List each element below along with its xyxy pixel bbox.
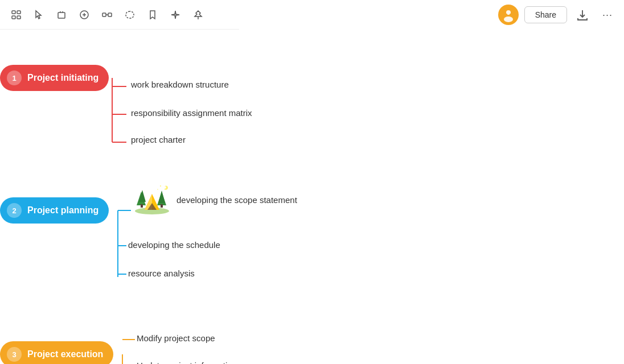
phase-3-node[interactable]: 3 Project execution xyxy=(0,341,113,364)
svg-point-35 xyxy=(160,185,161,187)
phase-1-node[interactable]: 1 Project initiating xyxy=(0,65,109,91)
camping-image xyxy=(132,181,172,218)
more-button[interactable]: ··· xyxy=(598,5,617,24)
svg-rect-3 xyxy=(17,16,20,19)
svg-rect-7 xyxy=(108,13,112,16)
svg-rect-28 xyxy=(141,204,143,208)
phase-1-item-3: project charter xyxy=(131,135,186,144)
mind-map-canvas: 1 Project initiating work breakdown stru… xyxy=(0,30,624,364)
svg-rect-1 xyxy=(12,16,15,19)
phase-3-item-1: Modify project scope xyxy=(137,333,215,343)
camping-svg xyxy=(132,181,172,216)
phase-3-item-2: Update project information xyxy=(137,361,237,364)
phase-2-item-2: developing the schedule xyxy=(128,240,220,250)
download-button[interactable] xyxy=(573,5,592,24)
svg-point-10 xyxy=(504,16,513,22)
phase-2-number: 2 xyxy=(7,203,22,218)
svg-rect-4 xyxy=(58,13,65,18)
lasso-tool-icon[interactable] xyxy=(121,6,139,24)
bookmark-tool-icon[interactable] xyxy=(143,6,162,24)
toolbar xyxy=(0,0,239,30)
svg-point-12 xyxy=(510,14,511,15)
phase-1-item-1: work breakdown structure xyxy=(131,80,229,89)
sparkle-tool-icon[interactable] xyxy=(166,6,184,24)
add-tool-icon[interactable] xyxy=(75,6,93,24)
svg-rect-31 xyxy=(161,204,163,208)
phase-2-item-3: resource analysis xyxy=(128,268,195,278)
pointer-tool-icon[interactable] xyxy=(30,6,48,24)
phase-1-number: 1 xyxy=(7,71,22,85)
svg-point-11 xyxy=(506,14,507,15)
phase-1-label: Project initiating xyxy=(27,73,98,83)
phase-2-node[interactable]: 2 Project planning xyxy=(0,197,109,224)
svg-rect-2 xyxy=(17,11,20,14)
svg-rect-0 xyxy=(12,11,15,14)
phase-3-number: 3 xyxy=(7,347,22,362)
select-tool-icon[interactable] xyxy=(7,6,25,24)
connector-tool-icon[interactable] xyxy=(98,6,116,24)
phase-3-label: Project execution xyxy=(27,349,103,359)
svg-point-36 xyxy=(157,189,158,190)
share-button[interactable]: Share xyxy=(524,6,567,23)
svg-marker-30 xyxy=(158,191,165,203)
phase-2-item-1-container: developing the scope statement xyxy=(132,181,297,218)
header-right: Share ··· xyxy=(498,5,617,25)
phase-2-label: Project planning xyxy=(27,205,98,216)
phase-2-item-1: developing the scope statement xyxy=(176,195,297,205)
frame-tool-icon[interactable] xyxy=(52,6,71,24)
avatar-button[interactable] xyxy=(498,5,519,25)
pin-tool-icon[interactable] xyxy=(189,6,207,24)
phase-1-item-2: responsibility assignment matrix xyxy=(131,108,252,118)
svg-rect-6 xyxy=(102,13,106,16)
